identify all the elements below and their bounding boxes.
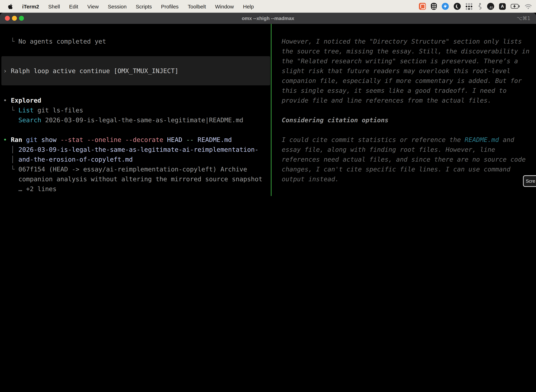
iterm-window: omx --xhigh --madmax ⌥⌘1 └ No agents com… xyxy=(0,13,536,196)
explored-header-line: • Explored xyxy=(3,96,41,105)
explored-list-line: └ List git ls-files xyxy=(3,105,83,115)
menu-item-view[interactable]: View xyxy=(87,3,99,9)
terminal-text-segment: 2026-03-09-is-legal-the-same-as-legitima… xyxy=(19,146,258,153)
ran-git-show-line: • Ran git show --stat --oneline --decora… xyxy=(3,135,232,145)
menu-item-window[interactable]: Window xyxy=(215,3,234,9)
menu-item-edit[interactable]: Edit xyxy=(69,3,78,9)
terminal-text-segment: -- xyxy=(186,136,197,143)
terminal-text-segment: However, I noticed the "Directory Struct… xyxy=(282,37,533,104)
shield-grid-icon[interactable] xyxy=(431,3,437,10)
terminal-text-segment: HEAD xyxy=(167,136,186,143)
wifi-icon[interactable] xyxy=(525,4,532,9)
window-shortcut-badge: ⌥⌘1 xyxy=(517,13,530,24)
terminal-text-segment: Considering citation options xyxy=(282,116,388,124)
screen-share-pill[interactable]: Scre xyxy=(523,175,536,187)
agents-note-line: └ No agents completed yet xyxy=(3,37,106,46)
thinking-paragraph: I could cite commit statistics or refere… xyxy=(282,135,534,184)
terminal-text-segment: git ls-files xyxy=(34,107,83,114)
terminal-text-segment: 2026-03-09-is-legal-the-same-as-legitima… xyxy=(41,116,243,124)
terminal-text-segment: README.md xyxy=(197,136,232,143)
battery-icon[interactable] xyxy=(511,4,520,9)
filename-line: │ 2026-03-09-is-legal-the-same-as-legiti… xyxy=(3,145,258,154)
terminal-text-segment: No agents completed yet xyxy=(19,37,106,45)
terminal-text-segment: and-the-erosion-of-copyleft.md xyxy=(19,156,133,163)
dots-grid-icon[interactable] xyxy=(466,3,472,10)
terminal-text-segment: The team guideline is to back every impo… xyxy=(282,195,536,196)
menu-item-help[interactable]: Help xyxy=(243,3,254,9)
terminal-text-segment: README.md xyxy=(464,136,499,143)
terminal-text-segment: │ xyxy=(3,156,19,163)
terminal-text-segment: 067f154 (HEAD -> essay/ai-reimplementati… xyxy=(19,165,247,173)
terminal-text-segment: git xyxy=(26,136,38,143)
menu-bar-status-icons: ..61 A xyxy=(419,3,536,10)
terminal-text-segment: README.md | 4 + xyxy=(3,195,251,196)
terminal-text-segment: Search xyxy=(19,116,41,124)
menu-bar: iTerm2 Shell Edit View Session Scripts P… xyxy=(0,0,536,13)
terminal-text-segment: • xyxy=(3,136,11,143)
terminal-text-segment xyxy=(3,116,19,124)
inject-prompt-line: › Ralph loop active continue [OMX_TMUX_I… xyxy=(3,66,178,76)
figure-icon[interactable] xyxy=(477,3,482,10)
desktop: iTerm2 Shell Edit View Session Scripts P… xyxy=(0,0,536,196)
terminal-text-segment: I could cite commit statistics or refere… xyxy=(282,136,464,143)
terminal-text-segment: │ xyxy=(3,146,19,153)
elided-line: … +2 lines xyxy=(3,184,57,194)
filename-line: │ and-the-erosion-of-copyleft.md xyxy=(3,154,133,164)
left-pane-output: └ No agents completed yet› Ralph loop ac… xyxy=(3,37,271,196)
menu-item-scripts[interactable]: Scripts xyxy=(136,3,152,9)
stat-line: README.md | 4 + xyxy=(3,194,251,196)
commit-line: └ 067f154 (HEAD -> essay/ai-reimplementa… xyxy=(3,164,247,174)
thinking-paragraph: However, I noticed the "Directory Struct… xyxy=(282,37,534,105)
thinking-paragraph: The team guideline is to back every impo… xyxy=(282,194,534,196)
terminal-text-segment: Explored xyxy=(11,97,41,104)
menu-item-iterm2[interactable]: iTerm2 xyxy=(22,3,39,9)
badge-61-icon[interactable]: ..61 xyxy=(487,3,494,10)
terminal-text-segment: Ran xyxy=(11,136,22,143)
terminal-area[interactable]: └ No agents completed yet› Ralph loop ac… xyxy=(0,24,536,196)
apple-icon[interactable] xyxy=(8,3,13,9)
window-title-bar[interactable]: omx --xhigh --madmax ⌥⌘1 xyxy=(0,13,536,24)
right-pane-output: However, I noticed the "Directory Struct… xyxy=(274,37,535,196)
terminal-text-segment: • xyxy=(3,97,11,104)
terminal-text-segment: └ xyxy=(3,107,19,114)
a-key-icon[interactable]: A xyxy=(499,3,506,10)
terminal-text-segment xyxy=(22,136,26,143)
thinking-heading: Considering citation options xyxy=(282,115,388,125)
menu-item-session[interactable]: Session xyxy=(108,3,127,9)
terminal-text-segment: List xyxy=(19,107,34,114)
terminal-text-segment: └ xyxy=(3,165,19,173)
terminal-text-segment: › xyxy=(3,67,11,75)
menu-item-profiles[interactable]: Profiles xyxy=(161,3,179,9)
terminal-text-segment: --stat --oneline --decorate xyxy=(60,136,167,143)
terminal-text-segment: companion analysis without altering the … xyxy=(3,175,262,183)
menu-item-toolbelt[interactable]: Toolbelt xyxy=(188,3,206,9)
screenshot-chat-icon[interactable] xyxy=(419,3,426,10)
explored-search-line: Search 2026-03-09-is-legal-the-same-as-l… xyxy=(3,115,243,125)
blue-badge-icon[interactable] xyxy=(442,3,449,10)
terminal-text-segment: └ xyxy=(3,37,19,45)
terminal-text-segment: Ralph loop active continue [OMX_TMUX_INJ… xyxy=(11,67,178,75)
moon-icon[interactable] xyxy=(454,3,461,10)
menu-item-shell[interactable]: Shell xyxy=(48,3,60,9)
terminal-text-segment: … +2 lines xyxy=(3,185,57,192)
window-title: omx --xhigh --madmax xyxy=(0,13,536,24)
menu-bar-left: iTerm2 Shell Edit View Session Scripts P… xyxy=(0,3,254,9)
terminal-text-segment: show xyxy=(38,136,60,143)
commit-line: companion analysis without altering the … xyxy=(3,174,262,184)
